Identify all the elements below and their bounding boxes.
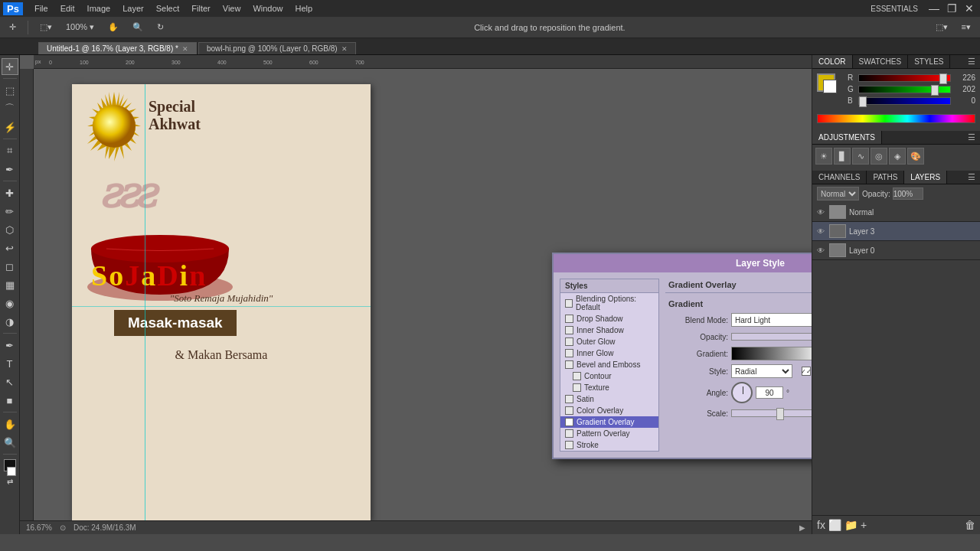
layer-row-layer3[interactable]: 👁 Layer 3 — [812, 222, 980, 241]
view-mode-btn[interactable]: ⬚▾ — [931, 20, 952, 34]
eraser-tool[interactable]: ◻ — [2, 258, 18, 275]
stamp-tool[interactable]: ⬡ — [2, 221, 18, 238]
scale-thumb[interactable] — [776, 408, 784, 420]
blend-mode-select[interactable]: NormalDissolveDarkenMultiplyColor BurnLi… — [731, 313, 812, 327]
restore-btn[interactable]: ❐ — [944, 2, 960, 15]
opacity-slider[interactable] — [731, 333, 812, 341]
menu-filter[interactable]: Filter — [186, 2, 215, 15]
tab-bowl[interactable]: bowl-hi.png @ 100% (Layer 0, RGB/8) ✕ — [198, 42, 356, 54]
levels-adj[interactable]: ▊ — [834, 148, 851, 165]
menu-help[interactable]: Help — [290, 2, 318, 15]
style-satin[interactable]: Satin — [560, 393, 658, 405]
style-drop-shadow[interactable]: Drop Shadow — [560, 313, 658, 324]
menu-image[interactable]: Image — [82, 2, 116, 15]
tab-layers[interactable]: LAYERS — [904, 171, 947, 184]
scale-slider[interactable] — [731, 409, 812, 417]
opacity-panel-input[interactable] — [893, 187, 923, 200]
zoom-tool-btn[interactable]: 🔍 — [128, 20, 148, 34]
menu-edit[interactable]: Edit — [55, 2, 80, 15]
checkbox-inner-glow[interactable] — [565, 349, 573, 357]
tab-paths[interactable]: PATHS — [867, 171, 904, 184]
history-brush-tool[interactable]: ↩ — [2, 240, 18, 256]
checkbox-drop-shadow[interactable] — [565, 315, 573, 323]
add-mask-btn[interactable]: ⬜ — [828, 519, 841, 531]
layers-panel-menu[interactable]: ☰ — [963, 171, 980, 184]
layer-eye[interactable]: 👁 — [817, 208, 826, 217]
hand-tool-btn[interactable]: ✋ — [103, 20, 123, 34]
add-layer-style-btn[interactable]: fx — [817, 519, 825, 531]
tab-close-bowl[interactable]: ✕ — [341, 45, 348, 53]
extras-btn[interactable]: ≡▾ — [957, 20, 975, 34]
layer-row-layer0[interactable]: 👁 Layer 0 — [812, 241, 980, 260]
tab-adjustments[interactable]: ADJUSTMENTS — [812, 131, 882, 144]
lasso-tool[interactable]: ⌒ — [2, 100, 18, 117]
layer3-eye[interactable]: 👁 — [817, 227, 826, 236]
swap-colors-icon[interactable]: ⇄ — [7, 478, 13, 486]
style-texture[interactable]: Texture — [560, 382, 658, 393]
tab-swatches[interactable]: SWATCHES — [853, 55, 909, 68]
checkbox-outer-glow[interactable] — [565, 337, 573, 346]
curves-adj[interactable]: ∿ — [852, 148, 869, 165]
zoom-tool[interactable]: 🔍 — [2, 434, 18, 451]
checkbox-inner-shadow[interactable] — [565, 326, 573, 334]
checkbox-bevel-emboss[interactable] — [565, 360, 573, 369]
eyedropper-tool[interactable]: ✒ — [2, 161, 18, 178]
brightness-adj[interactable]: ☀ — [815, 148, 832, 165]
r-slider[interactable] — [858, 74, 951, 82]
zoom-level[interactable]: 100% ▾ — [61, 20, 99, 34]
menu-window[interactable]: Window — [247, 2, 288, 15]
style-inner-shadow[interactable]: Inner Shadow — [560, 324, 658, 336]
hsl-adj[interactable]: 🎨 — [907, 148, 924, 165]
style-select[interactable]: LinearRadialAngleReflectedDiamond — [731, 364, 792, 378]
color-spectrum[interactable] — [817, 114, 975, 123]
hand-tool[interactable]: ✋ — [2, 416, 18, 432]
background-swatch[interactable] — [823, 80, 837, 93]
menu-select[interactable]: Select — [151, 2, 185, 15]
g-thumb[interactable] — [931, 85, 939, 96]
marquee-tool[interactable]: ⬚ — [2, 82, 18, 99]
menu-file[interactable]: File — [29, 2, 54, 15]
crop-tool[interactable]: ⌗ — [2, 142, 18, 159]
style-inner-glow[interactable]: Inner Glow — [560, 347, 658, 359]
minimize-btn[interactable]: — — [926, 2, 942, 15]
tab-untitled[interactable]: Untitled-1 @ 16.7% (Layer 3, RGB/8) * ✕ — [38, 42, 197, 54]
style-bevel-emboss[interactable]: Bevel and Emboss — [560, 359, 658, 370]
shape-tool[interactable]: ■ — [2, 392, 18, 409]
blur-tool[interactable]: ◉ — [2, 295, 18, 311]
menu-view[interactable]: View — [217, 2, 247, 15]
background-color[interactable] — [7, 467, 16, 476]
style-gradient-overlay[interactable]: ✓ Gradient Overlay — [560, 416, 658, 428]
heal-tool[interactable]: ✚ — [2, 184, 18, 201]
magic-wand-tool[interactable]: ⚡ — [2, 119, 18, 135]
menu-layer[interactable]: Layer — [117, 2, 149, 15]
b-thumb[interactable] — [859, 96, 867, 107]
checkbox-stroke[interactable] — [565, 441, 573, 449]
checkbox-satin[interactable] — [565, 395, 573, 403]
angle-input[interactable] — [756, 386, 783, 399]
exposure-adj[interactable]: ◎ — [871, 148, 887, 165]
path-selection-tool[interactable]: ↖ — [2, 373, 18, 390]
layer-blend-select[interactable]: Normal — [817, 187, 859, 201]
style-outer-glow[interactable]: Outer Glow — [560, 336, 658, 347]
r-thumb[interactable] — [939, 73, 947, 84]
b-slider[interactable] — [858, 97, 951, 105]
layer0-eye[interactable]: 👁 — [817, 246, 826, 255]
adj-panel-menu[interactable]: ☰ — [963, 131, 980, 144]
style-blending-options[interactable]: Blending Options: Default — [560, 293, 658, 313]
rotate-btn[interactable]: ↻ — [152, 20, 168, 34]
close-btn[interactable]: ✕ — [962, 2, 977, 15]
style-stroke[interactable]: Stroke — [560, 439, 658, 451]
tab-channels[interactable]: CHANNELS — [812, 171, 867, 184]
color-panel-menu[interactable]: ☰ — [963, 55, 980, 68]
gradient-tool[interactable]: ▦ — [2, 276, 18, 293]
create-layer-btn[interactable]: + — [861, 519, 867, 531]
checkbox-pattern-overlay[interactable] — [565, 429, 573, 438]
pen-tool[interactable]: ✒ — [2, 337, 18, 354]
move-tool-btn[interactable]: ✛ — [5, 20, 21, 34]
brush-tool[interactable]: ✏ — [2, 203, 18, 220]
tab-close-untitled[interactable]: ✕ — [182, 45, 188, 53]
gradient-swatch[interactable] — [731, 347, 812, 360]
angle-dial[interactable] — [731, 382, 753, 403]
checkbox-color-overlay[interactable] — [565, 406, 573, 415]
delete-layer-btn[interactable]: 🗑 — [965, 519, 975, 531]
